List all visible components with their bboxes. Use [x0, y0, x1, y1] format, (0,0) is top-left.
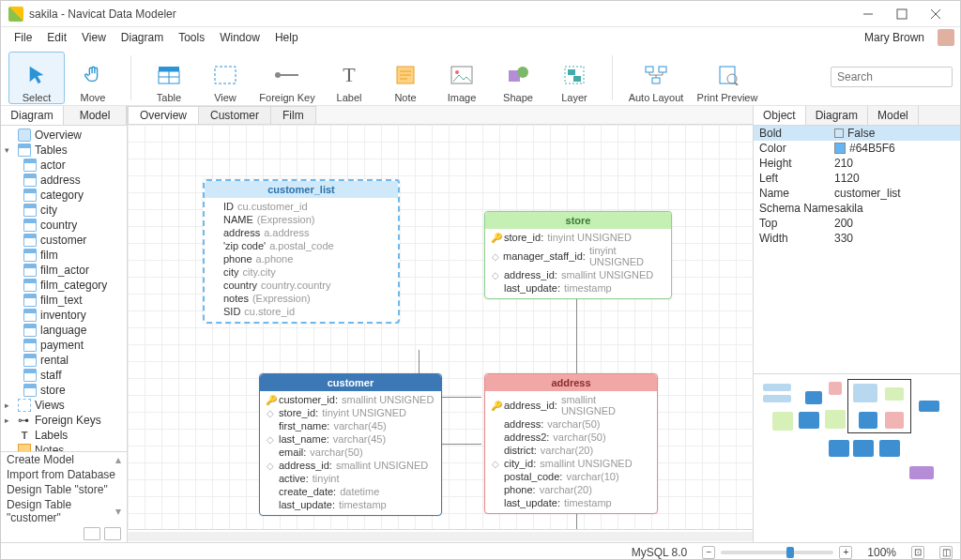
field-row[interactable]: ID cu.customer_id	[208, 200, 394, 213]
tool-move[interactable]: Move	[65, 52, 121, 104]
field-row[interactable]: 🔑store_id: tinyint UNSIGNED	[489, 231, 667, 244]
tree-table-item[interactable]: payment	[1, 338, 127, 353]
prop-height[interactable]: Height210	[754, 156, 960, 171]
canvas-tab-customer[interactable]: Customer	[198, 106, 271, 124]
field-row[interactable]: ◇address_id: smallint UNSIGNED	[489, 268, 667, 281]
view-toggle-button[interactable]: ◫	[939, 546, 953, 559]
tool-select[interactable]: Select	[8, 52, 65, 104]
minimap[interactable]	[754, 373, 960, 542]
canvas-tab-film[interactable]: Film	[270, 106, 316, 124]
entity-store[interactable]: store 🔑store_id: tinyint UNSIGNED◇manage…	[484, 211, 672, 299]
history-item[interactable]: Import from Database	[7, 468, 115, 481]
zoom-slider[interactable]	[721, 551, 833, 554]
tool-printpreview[interactable]: Print Preview	[690, 52, 765, 104]
right-tab-model[interactable]: Model	[868, 106, 919, 125]
prop-schema[interactable]: Schema Namesakila	[754, 201, 960, 216]
menu-diagram[interactable]: Diagram	[114, 29, 171, 46]
field-row[interactable]: phone a.phone	[208, 252, 394, 265]
tree-table-item[interactable]: customer	[1, 233, 127, 248]
entity-address[interactable]: address 🔑address_id: smallint UNSIGNEDad…	[484, 373, 658, 514]
footer-btn[interactable]	[104, 527, 121, 540]
tool-shape[interactable]: Shape	[490, 52, 546, 104]
left-tab-diagram[interactable]: Diagram	[1, 106, 64, 125]
menu-view[interactable]: View	[74, 29, 114, 46]
tree-foreignkeys[interactable]: ▸⊶Foreign Keys	[1, 413, 127, 428]
menu-window[interactable]: Window	[212, 29, 267, 46]
tree-table-item[interactable]: rental	[1, 353, 127, 368]
tree-notes[interactable]: Notes	[1, 443, 127, 451]
tool-autolayout[interactable]: Auto Layout	[622, 52, 690, 104]
tree-views[interactable]: ▸Views	[1, 398, 127, 413]
history-item[interactable]: Design Table "store"	[7, 483, 108, 496]
field-row[interactable]: address: varchar(50)	[489, 417, 653, 431]
field-row[interactable]: district: varchar(20)	[489, 444, 653, 457]
field-row[interactable]: last_update: timestamp	[264, 498, 437, 511]
tree-table-item[interactable]: address	[1, 173, 127, 188]
field-row[interactable]: address a.address	[208, 226, 394, 239]
tree-labels[interactable]: TLabels	[1, 428, 127, 443]
search-box[interactable]	[831, 67, 953, 87]
prop-width[interactable]: Width330	[754, 231, 960, 246]
user-name[interactable]: Mary Brown	[857, 29, 932, 46]
zoom-out-button[interactable]: −	[702, 546, 715, 559]
h-scrollbar[interactable]	[128, 529, 753, 542]
tool-view[interactable]: View	[197, 52, 253, 104]
tool-image[interactable]: Image	[434, 52, 490, 104]
field-row[interactable]: email: varchar(50)	[264, 446, 437, 459]
menu-file[interactable]: File	[7, 29, 39, 46]
field-row[interactable]: NAME (Expression)	[208, 213, 394, 226]
field-row[interactable]: postal_code: varchar(10)	[489, 470, 653, 483]
tool-table[interactable]: Table	[141, 52, 197, 104]
tree-table-item[interactable]: country	[1, 218, 127, 233]
entity-customer[interactable]: customer 🔑customer_id: smallint UNSIGNED…	[259, 373, 442, 516]
tree-table-item[interactable]: store	[1, 383, 127, 398]
field-row[interactable]: active: tinyint	[264, 472, 437, 485]
tree-table-item[interactable]: language	[1, 323, 127, 338]
tree-table-item[interactable]: actor	[1, 158, 127, 173]
tree-table-item[interactable]: city	[1, 203, 127, 218]
field-row[interactable]: create_date: datetime	[264, 485, 437, 498]
prop-bold[interactable]: BoldFalse	[754, 126, 960, 141]
tree-table-item[interactable]: film_category	[1, 278, 127, 293]
right-tab-object[interactable]: Object	[754, 106, 806, 125]
field-row[interactable]: ◇manager_staff_id: tinyint UNSIGNED	[489, 244, 667, 268]
tree-tables[interactable]: ▾Tables	[1, 143, 127, 158]
prop-left[interactable]: Left1120	[754, 171, 960, 186]
field-row[interactable]: country country.country	[208, 279, 394, 292]
tree-table-item[interactable]: category	[1, 188, 127, 203]
field-row[interactable]: last_update: timestamp	[489, 281, 667, 295]
user-avatar[interactable]	[938, 29, 954, 46]
close-button[interactable]	[919, 3, 953, 25]
field-row[interactable]: ◇city_id: smallint UNSIGNED	[489, 457, 653, 470]
canvas-tab-overview[interactable]: Overview	[128, 106, 199, 124]
field-row[interactable]: first_name: varchar(45)	[264, 419, 437, 432]
prop-top[interactable]: Top200	[754, 216, 960, 231]
history-item[interactable]: Create Model	[7, 453, 74, 466]
menu-tools[interactable]: Tools	[171, 29, 212, 46]
tree-table-item[interactable]: film_actor	[1, 263, 127, 278]
diagram-canvas[interactable]: customer_list ID cu.customer_idNAME (Exp…	[128, 125, 753, 529]
right-tab-diagram[interactable]: Diagram	[806, 106, 868, 125]
fit-button[interactable]: ⊡	[911, 546, 924, 559]
left-tab-model[interactable]: Model	[64, 106, 127, 125]
prop-name[interactable]: Namecustomer_list	[754, 186, 960, 201]
field-row[interactable]: ◇store_id: tinyint UNSIGNED	[264, 406, 437, 419]
tree-table-item[interactable]: inventory	[1, 308, 127, 323]
tool-foreignkey[interactable]: Foreign Key	[253, 52, 321, 104]
maximize-button[interactable]	[885, 3, 919, 25]
zoom-in-button[interactable]: +	[839, 546, 852, 559]
field-row[interactable]: last_update: timestamp	[489, 496, 653, 509]
field-row[interactable]: address2: varchar(50)	[489, 431, 653, 444]
tree-table-item[interactable]: film	[1, 248, 127, 263]
tree-table-item[interactable]: staff	[1, 368, 127, 383]
minimize-button[interactable]	[851, 3, 885, 25]
field-row[interactable]: SID cu.store_id	[208, 305, 394, 318]
tool-layer[interactable]: Layer	[546, 52, 603, 104]
tool-note[interactable]: Note	[377, 52, 434, 104]
field-row[interactable]: 🔑address_id: smallint UNSIGNED	[489, 393, 653, 417]
search-input[interactable]	[837, 70, 961, 83]
history-item[interactable]: Design Table "customer"	[7, 498, 115, 524]
tree-overview[interactable]: Overview	[1, 128, 127, 143]
field-row[interactable]: 'zip code' a.postal_code	[208, 239, 394, 252]
tool-label[interactable]: T Label	[321, 52, 377, 104]
